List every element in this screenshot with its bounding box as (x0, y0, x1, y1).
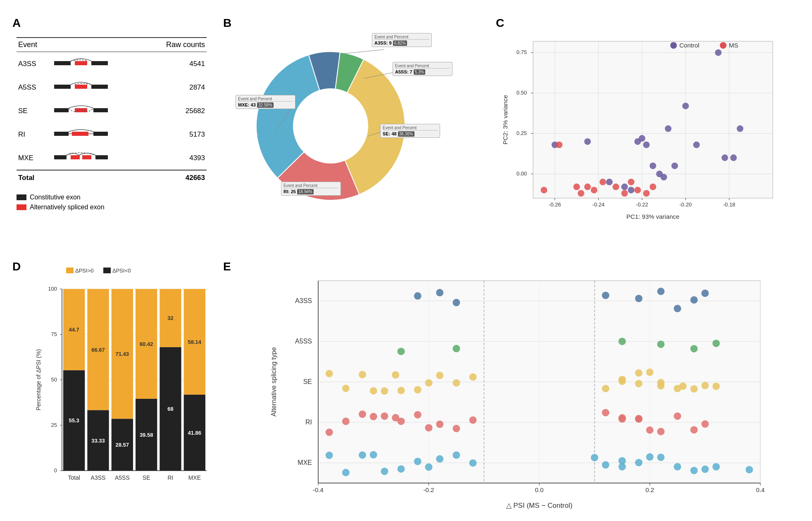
svg-rect-17 (82, 155, 91, 159)
svg-rect-2 (75, 61, 87, 65)
strip-point-SE (619, 376, 626, 383)
strip-point-MXE (674, 463, 681, 471)
svg-text:0.25: 0.25 (517, 130, 527, 136)
event-diagram (50, 52, 143, 76)
svg-rect-8 (75, 108, 87, 112)
svg-text:0.2: 0.2 (645, 486, 654, 493)
strip-point-SE (392, 371, 399, 379)
strip-point-RI (326, 429, 333, 436)
strip-point-RI (619, 415, 626, 423)
strip-point-MXE (602, 461, 610, 469)
strip-point-A3SS (701, 289, 709, 297)
panel-d: D 025507510055.344.7Total33.3366.67A3SS2… (8, 256, 215, 521)
strip-point-RI (452, 425, 460, 432)
svg-text:A5SS: A5SS (295, 338, 312, 345)
event-name: RI (17, 123, 50, 146)
legend-constitutive-label: Constitutive exon (30, 194, 81, 201)
strip-point-MXE (469, 459, 477, 467)
strip-point-MXE (619, 457, 626, 464)
svg-point-48 (670, 42, 677, 49)
svg-rect-3 (54, 85, 71, 89)
strip-point-MXE (591, 454, 598, 461)
col-event: Event (17, 38, 50, 52)
strip-point-A5SS (657, 341, 664, 348)
col-rawcounts (50, 38, 143, 52)
strip-point-MXE (326, 452, 333, 459)
svg-text:25: 25 (51, 422, 57, 428)
strip-chart: -0.4-0.20.00.20.4A3SSA5SSSERIMXE△ PSI (M… (269, 264, 793, 512)
table-row: RI5173 (17, 123, 207, 146)
scatter-chart: -0.26-0.24-0.22-0.20-0.180.000.250.500.7… (500, 21, 789, 223)
strip-point-SE (370, 387, 377, 395)
strip-point-MXE (342, 469, 350, 476)
svg-rect-7 (93, 108, 108, 112)
event-count: 4541 (143, 52, 207, 76)
control-point (650, 163, 656, 169)
svg-rect-6 (54, 108, 69, 112)
svg-rect-10 (93, 132, 108, 136)
svg-rect-88 (66, 268, 74, 273)
strip-point-SE (657, 382, 664, 390)
strip-point-A3SS (414, 292, 421, 300)
strip-point-MXE (712, 463, 720, 471)
svg-text:75: 75 (51, 331, 57, 337)
strip-point-MXE (635, 459, 643, 467)
svg-text:SE: SE (303, 378, 312, 385)
svg-text:ΔPSI<0: ΔPSI<0 (112, 268, 131, 274)
strip-point-A3SS (691, 296, 698, 303)
panel-e: E -0.4-0.20.00.20.4A3SSA5SSSERIMXE△ PSI … (219, 256, 802, 521)
svg-rect-5 (75, 85, 87, 89)
strip-point-RI (359, 410, 366, 418)
svg-text:32: 32 (167, 315, 173, 321)
strip-point-MXE (745, 466, 753, 474)
strip-point-RI (646, 426, 654, 434)
svg-rect-9 (54, 132, 69, 136)
svg-text:RI: RI (305, 419, 312, 426)
svg-text:MS: MS (729, 42, 738, 49)
strip-point-MXE (701, 466, 709, 473)
ms-point (634, 187, 641, 193)
strip-point-A5SS (619, 338, 626, 345)
svg-text:0.50: 0.50 (517, 90, 527, 96)
strip-point-A3SS (436, 289, 443, 296)
ms-point (556, 142, 562, 148)
svg-text:100: 100 (48, 286, 57, 292)
table-row: MXE4393 (17, 146, 207, 170)
event-count: 2874 (143, 76, 207, 99)
svg-point-50 (720, 42, 726, 49)
strip-point-SE (436, 372, 443, 379)
event-name: A5SS (17, 76, 50, 99)
panel-c: C -0.26-0.24-0.22-0.20-0.180.000.250.500… (492, 12, 802, 252)
ms-point (612, 184, 619, 190)
legend-alternative: Alternatively spliced exon (17, 204, 207, 211)
svg-rect-27 (533, 41, 773, 198)
strip-point-A3SS (452, 299, 460, 306)
total-count: 42663 (143, 170, 207, 185)
strip-point-RI (674, 412, 681, 420)
svg-text:58.14: 58.14 (188, 339, 202, 345)
strip-point-MXE (436, 455, 443, 463)
strip-point-RI (342, 418, 350, 425)
svg-rect-11 (72, 132, 88, 136)
strip-point-SE (359, 371, 366, 378)
strip-point-A3SS (602, 291, 610, 299)
svg-text:0.0: 0.0 (535, 486, 544, 493)
strip-point-SE (712, 383, 720, 390)
svg-text:A3SS: A3SS (91, 474, 106, 481)
svg-text:71.43: 71.43 (116, 351, 129, 357)
strip-point-MXE (657, 454, 664, 461)
strip-point-A5SS (712, 340, 720, 347)
svg-text:MXE: MXE (298, 459, 312, 466)
strip-point-RI (691, 426, 698, 433)
svg-text:-0.26: -0.26 (549, 201, 561, 208)
svg-text:68: 68 (167, 406, 173, 412)
ms-point (643, 190, 650, 197)
strip-point-MXE (425, 463, 433, 471)
panel-c-label: C (496, 17, 504, 30)
ms-point (628, 179, 634, 185)
control-point (606, 179, 613, 185)
control-point (643, 142, 650, 148)
table-row: SE25682 (17, 99, 207, 123)
event-count: 25682 (143, 99, 207, 123)
strip-point-RI (392, 414, 399, 422)
